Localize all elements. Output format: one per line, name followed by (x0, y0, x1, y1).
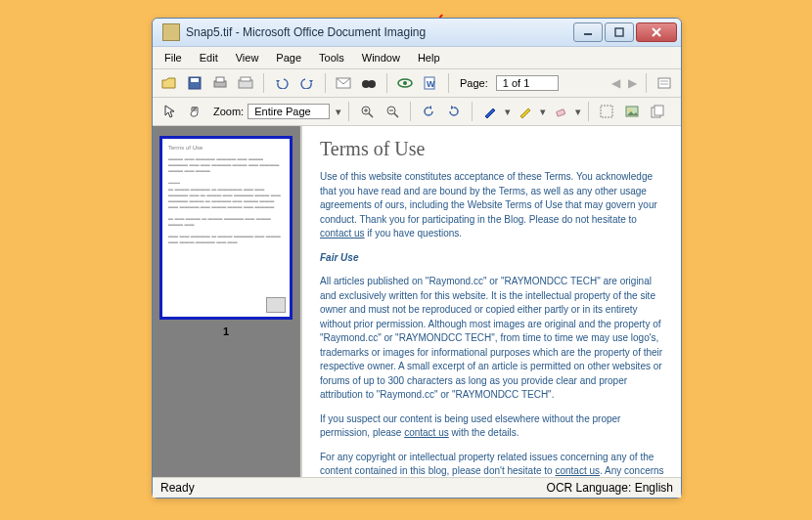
print-icon[interactable] (209, 72, 231, 94)
scan-icon[interactable] (235, 72, 256, 94)
contact-link-2[interactable]: contact us (404, 427, 449, 438)
next-page-button[interactable]: ▶ (626, 76, 639, 90)
document-pane[interactable]: Terms of Use Use of this website constit… (300, 126, 681, 477)
titlebar[interactable]: Snap5.tif - Microsoft Office Document Im… (153, 19, 681, 47)
page-indicator[interactable]: 1 of 1 (496, 75, 559, 91)
send-icon[interactable] (333, 72, 354, 94)
svg-marker-32 (451, 106, 454, 109)
app-window: Snap5.tif - Microsoft Office Document Im… (152, 18, 682, 498)
contact-link-3[interactable]: contact us (555, 465, 600, 476)
status-left: Ready (160, 481, 195, 495)
svg-point-16 (368, 80, 376, 88)
page-label: Page: (460, 77, 488, 89)
doc-paragraph-fairuse: All articles published on "Raymond.cc" o… (320, 275, 667, 403)
maximize-button[interactable] (605, 22, 634, 42)
zoom-dropdown[interactable]: Entire Page (248, 104, 330, 119)
svg-rect-7 (191, 78, 199, 82)
zoom-in-icon[interactable] (356, 101, 378, 122)
menu-page[interactable]: Page (268, 50, 309, 65)
menu-edit[interactable]: Edit (192, 50, 226, 65)
hand-icon[interactable] (184, 101, 205, 122)
svg-rect-34 (601, 106, 612, 117)
window-title: Snap5.tif - Microsoft Office Document Im… (186, 25, 573, 39)
svg-line-29 (394, 113, 398, 117)
rotate-right-icon[interactable] (443, 101, 465, 122)
svg-marker-31 (429, 106, 431, 109)
picture-icon[interactable] (621, 101, 643, 122)
svg-text:W: W (427, 79, 435, 89)
rotate-left-icon[interactable] (418, 101, 439, 122)
zoom-dropdown-chevron-icon[interactable]: ▾ (334, 106, 341, 118)
eraser-dropdown-icon[interactable]: ▾ (575, 106, 581, 118)
highlighter-icon[interactable] (515, 101, 536, 122)
menu-file[interactable]: File (157, 50, 190, 65)
prev-page-button[interactable]: ◀ (609, 76, 622, 90)
send-to-word-icon[interactable]: W (420, 72, 441, 94)
contact-link-1[interactable]: contact us (320, 228, 365, 238)
svg-marker-13 (309, 80, 313, 83)
menu-help[interactable]: Help (410, 50, 448, 65)
content-area: Terms of Use ▬▬▬ ▬▬ ▬▬▬▬ ▬▬▬▬ ▬▬ ▬▬▬ ▬▬▬… (153, 126, 681, 477)
svg-rect-21 (658, 78, 670, 88)
page-thumbnail[interactable]: Terms of Use ▬▬▬ ▬▬ ▬▬▬▬ ▬▬▬▬ ▬▬ ▬▬▬ ▬▬▬… (159, 136, 293, 320)
thumbnail-number: 1 (223, 325, 229, 337)
pen-blue-icon[interactable] (479, 101, 501, 122)
svg-rect-33 (557, 109, 565, 116)
statusbar: Ready OCR Language: English (153, 477, 681, 498)
app-icon (162, 23, 180, 41)
menubar: File Edit View Page Tools Window Help (153, 47, 681, 69)
highlighter-dropdown-icon[interactable]: ▾ (540, 106, 546, 118)
open-icon[interactable] (158, 72, 180, 94)
doc-paragraph-copyright: For any copyright or intellectual proper… (320, 451, 667, 478)
binoculars-icon[interactable] (358, 72, 380, 94)
minimize-button[interactable] (573, 22, 603, 42)
copy-image-icon[interactable] (647, 101, 668, 122)
doc-title: Terms of Use (320, 138, 667, 160)
reading-view-icon[interactable] (654, 72, 675, 94)
menu-tools[interactable]: Tools (311, 50, 352, 65)
doc-paragraph-intro: Use of this website constitutes acceptan… (320, 170, 667, 241)
svg-rect-11 (241, 77, 250, 81)
pen-blue-dropdown-icon[interactable]: ▾ (505, 106, 511, 118)
eraser-icon[interactable] (550, 101, 571, 122)
menu-window[interactable]: Window (354, 50, 408, 65)
zoom-label: Zoom: (213, 106, 244, 117)
close-button[interactable] (636, 22, 677, 42)
doc-paragraph-suspect: If you suspect our content is being used… (320, 412, 667, 441)
status-right: OCR Language: English (547, 481, 673, 495)
toolbar-secondary: Zoom: Entire Page ▾ ▾ ▾ ▾ (153, 98, 681, 126)
thumbnail-pane[interactable]: Terms of Use ▬▬▬ ▬▬ ▬▬▬▬ ▬▬▬▬ ▬▬ ▬▬▬ ▬▬▬… (153, 126, 300, 477)
svg-rect-38 (654, 106, 663, 115)
ocr-eye-icon[interactable] (394, 72, 416, 94)
save-icon[interactable] (184, 72, 205, 94)
svg-marker-12 (276, 80, 280, 83)
ocr-badge-icon (266, 297, 286, 313)
select-image-icon[interactable] (596, 101, 617, 122)
fair-use-heading: Fair Use (320, 251, 667, 266)
svg-rect-9 (216, 77, 224, 82)
pointer-icon[interactable] (158, 101, 180, 122)
svg-line-25 (369, 113, 373, 117)
undo-icon[interactable] (271, 72, 293, 94)
zoom-out-icon[interactable] (382, 101, 403, 122)
redo-icon[interactable] (296, 72, 318, 94)
svg-point-18 (403, 81, 407, 85)
svg-rect-3 (615, 28, 623, 36)
toolbar-primary: W Page: 1 of 1 ◀ ▶ (153, 69, 681, 98)
menu-view[interactable]: View (228, 50, 267, 65)
